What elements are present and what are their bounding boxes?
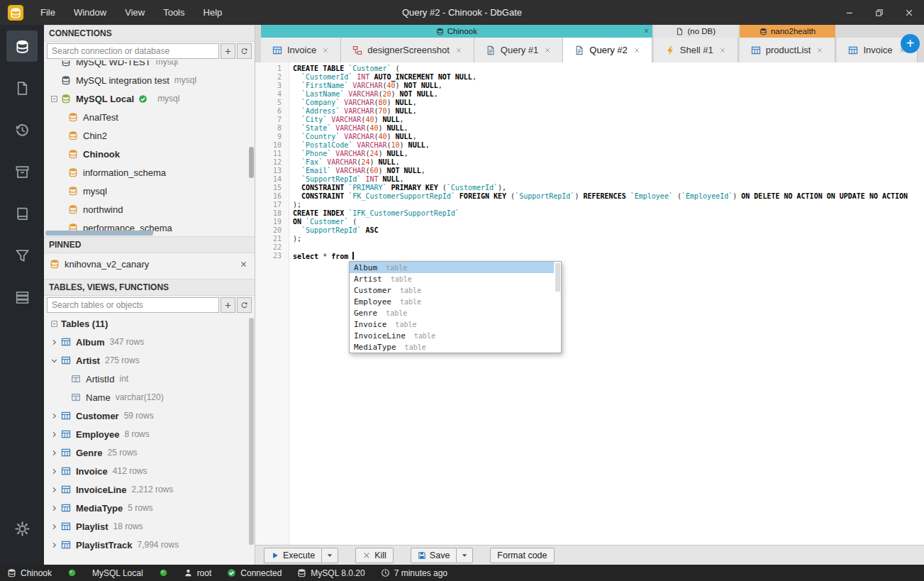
close-tab-icon[interactable] xyxy=(544,47,551,54)
nav-cells[interactable] xyxy=(6,282,38,313)
chevron-right-icon[interactable] xyxy=(48,521,60,532)
nav-archive[interactable] xyxy=(6,156,38,187)
save-dropdown-button[interactable] xyxy=(456,548,473,563)
table-invoiceline[interactable]: InvoiceLine2,212 rows xyxy=(44,480,255,499)
new-tab-button[interactable]: + xyxy=(901,34,920,53)
close-button[interactable] xyxy=(894,0,924,25)
sql-editor[interactable]: 1234567891011121314151617181920212223 CR… xyxy=(255,62,924,545)
add-object-button[interactable] xyxy=(221,297,235,313)
chevron-right-icon[interactable] xyxy=(48,465,60,477)
nav-settings[interactable] xyxy=(6,513,38,544)
chevron-right-icon[interactable] xyxy=(48,336,60,348)
suggestion-employee[interactable]: Employeetable xyxy=(350,296,554,307)
scrollbar-thumb[interactable] xyxy=(555,263,560,292)
scrollbar-thumb[interactable] xyxy=(45,231,153,236)
suggestion-invoice[interactable]: Invoicetable xyxy=(350,319,554,330)
chevron-right-icon[interactable] xyxy=(48,410,60,421)
unpin-icon[interactable] xyxy=(240,260,247,268)
tab-invoice[interactable]: Invoice xyxy=(261,38,341,62)
chevron-right-icon[interactable] xyxy=(48,428,60,440)
connection-mysql[interactable]: mysql xyxy=(44,182,255,200)
connection-analtest[interactable]: AnalTest xyxy=(44,108,255,126)
minimize-button[interactable] xyxy=(835,0,864,25)
tab-group-header[interactable]: Chinook xyxy=(261,25,652,38)
chevron-right-icon[interactable] xyxy=(48,484,60,495)
scrollbar-thumb[interactable] xyxy=(249,318,254,545)
column-name[interactable]: Namevarchar(120) xyxy=(44,388,255,406)
line-number: 7 xyxy=(255,116,289,124)
collapse-expander-icon[interactable] xyxy=(48,93,60,104)
tab-group-header[interactable]: nano2health xyxy=(740,25,836,38)
close-tab-icon[interactable] xyxy=(719,47,726,54)
kill-button[interactable]: Kill xyxy=(355,548,394,563)
tables-search-input[interactable] xyxy=(47,297,219,313)
table-genre[interactable]: Genre25 rows xyxy=(44,443,255,462)
close-tab-icon[interactable] xyxy=(455,47,462,54)
table-customer[interactable]: Customer59 rows xyxy=(44,406,255,425)
table-employee[interactable]: Employee8 rows xyxy=(44,425,255,443)
suggestion-genre[interactable]: Genretable xyxy=(350,307,554,319)
nav-history[interactable] xyxy=(6,114,38,145)
suggestion-mediatype[interactable]: MediaTypetable xyxy=(350,341,554,353)
tab-shell-1[interactable]: Shell #1 xyxy=(654,38,738,62)
scrollbar-thumb[interactable] xyxy=(249,147,254,178)
restore-button[interactable] xyxy=(864,0,894,25)
menu-tools[interactable]: Tools xyxy=(154,0,194,25)
collapse-expander-icon[interactable] xyxy=(48,318,60,329)
chevron-right-icon[interactable] xyxy=(48,502,60,514)
close-tab-icon[interactable] xyxy=(816,47,823,54)
nav-connections[interactable] xyxy=(6,31,38,62)
tab-designerscreenshot[interactable]: designerScreenshot xyxy=(341,38,474,62)
close-group-icon[interactable] xyxy=(643,28,650,34)
connections-vertical-scrollbar[interactable] xyxy=(248,60,255,236)
close-tab-icon[interactable] xyxy=(633,47,640,54)
table-mediatype[interactable]: MediaType5 rows xyxy=(44,499,255,517)
execute-button[interactable]: Execute xyxy=(264,548,322,563)
chevron-right-icon[interactable] xyxy=(48,539,60,550)
connection-chinook[interactable]: Chinook xyxy=(44,145,255,163)
autocomplete-scrollbar[interactable] xyxy=(554,262,561,353)
connection-northwind[interactable]: northwind xyxy=(44,200,255,218)
table-invoice[interactable]: Invoice412 rows xyxy=(44,462,255,480)
table-icon xyxy=(61,485,71,494)
tab-productlist[interactable]: productList xyxy=(740,38,836,62)
connections-search-input[interactable] xyxy=(47,43,219,59)
connection-mysql-wd-test[interactable]: MySQL WD-TESTmysql xyxy=(44,60,255,71)
menu-help[interactable]: Help xyxy=(194,0,232,25)
nav-files[interactable] xyxy=(6,72,38,104)
connection-information-schema[interactable]: information_schema xyxy=(44,163,255,182)
suggestion-customer[interactable]: Customertable xyxy=(350,284,554,296)
save-button[interactable]: Save xyxy=(411,548,457,563)
connection-mysql-local[interactable]: MySQL Localmysql xyxy=(44,89,255,108)
table-artist[interactable]: Artist275 rows xyxy=(44,351,255,370)
execute-dropdown-button[interactable] xyxy=(321,548,338,563)
suggestion-invoiceline[interactable]: InvoiceLinetable xyxy=(350,330,554,341)
tab-query-2[interactable]: Query #2 xyxy=(563,38,652,62)
tab-query-1[interactable]: Query #1 xyxy=(474,38,563,62)
chevron-down-icon[interactable] xyxy=(48,355,60,366)
column-artistid[interactable]: ArtistIdint xyxy=(44,370,255,388)
menu-window[interactable]: Window xyxy=(65,0,116,25)
table-album[interactable]: Album347 rows xyxy=(44,333,255,351)
nav-filters[interactable] xyxy=(6,240,38,271)
suggestion-artist[interactable]: Artisttable xyxy=(350,273,554,284)
menu-view[interactable]: View xyxy=(116,0,154,25)
tab-group-header[interactable]: (no DB) xyxy=(654,25,738,38)
connection-mysql-integration-test[interactable]: MySQL integration testmysql xyxy=(44,71,255,89)
connection-chin2[interactable]: Chin2 xyxy=(44,126,255,145)
chevron-right-icon[interactable] xyxy=(48,447,60,458)
connections-horizontal-scrollbar[interactable] xyxy=(44,230,247,236)
table-playlisttrack[interactable]: PlaylistTrack7,994 rows xyxy=(44,536,255,554)
tables-vertical-scrollbar[interactable] xyxy=(248,314,255,565)
table-playlist[interactable]: Playlist18 rows xyxy=(44,517,255,536)
close-tab-icon[interactable] xyxy=(322,47,329,54)
nav-docs[interactable] xyxy=(6,198,38,229)
refresh-connections-button[interactable] xyxy=(237,43,252,59)
format-code-button[interactable]: Format code xyxy=(490,548,554,563)
refresh-tables-button[interactable] xyxy=(237,297,252,313)
menu-file[interactable]: File xyxy=(31,0,65,25)
suggestion-album[interactable]: Albumtable xyxy=(350,262,554,273)
tables-group-row[interactable]: Tables (11) xyxy=(44,314,255,333)
pinned-knihovna-v2-canary[interactable]: knihovna_v2_canary xyxy=(44,253,255,275)
add-connection-button[interactable] xyxy=(221,43,235,59)
